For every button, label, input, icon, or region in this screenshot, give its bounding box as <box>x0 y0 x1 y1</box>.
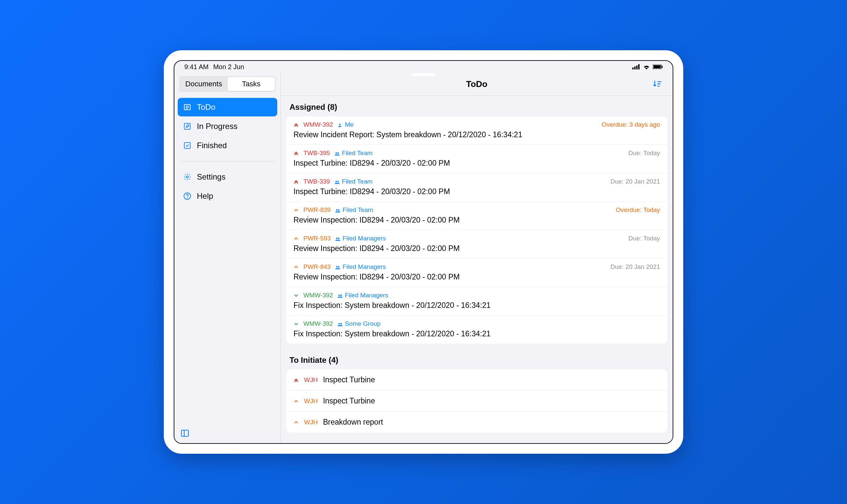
group-icon <box>335 264 340 270</box>
svg-point-30 <box>336 266 338 268</box>
help-icon <box>183 192 192 200</box>
app-body: Documents Tasks ToDo In Progress Finishe… <box>174 73 673 443</box>
sidebar-item-inprogress[interactable]: In Progress <box>178 117 277 136</box>
priority-icon <box>294 420 299 425</box>
task-due: Overdue: Today <box>616 206 660 214</box>
initiate-id: WJH <box>304 397 318 405</box>
group-icon <box>335 150 340 156</box>
svg-point-23 <box>337 152 339 154</box>
task-title: Fix Inspection: System breakdown - 20/12… <box>294 329 660 338</box>
sidebar-item-settings[interactable]: Settings <box>178 168 277 186</box>
task-id: PWR-843 <box>303 263 331 271</box>
section-header-assigned: Assigned (8) <box>281 96 673 116</box>
group-icon <box>337 293 343 298</box>
task-due: Overdue: 3 days ago <box>602 121 660 128</box>
check-icon <box>183 141 192 150</box>
svg-rect-3 <box>638 64 639 69</box>
task-id: WMW-392 <box>303 292 333 299</box>
priority-icon <box>294 377 299 383</box>
svg-rect-12 <box>184 143 190 148</box>
group-icon <box>335 236 340 241</box>
task-row[interactable]: WMW-392 Me Overdue: 3 days ago Review In… <box>286 116 667 145</box>
svg-rect-11 <box>184 123 190 129</box>
svg-point-22 <box>335 152 337 154</box>
sidebar-separator <box>180 161 275 162</box>
tab-documents[interactable]: Documents <box>180 77 228 91</box>
svg-point-25 <box>337 181 339 182</box>
sidebar-item-label: In Progress <box>197 122 237 131</box>
main-header: ToDo <box>281 73 673 96</box>
task-id: TWB-339 <box>303 178 330 185</box>
main-panel: ToDo Assigned (8) WMW-392 Me Overdue: 3 … <box>281 73 673 443</box>
sidebar-item-finished[interactable]: Finished <box>178 136 277 155</box>
task-assignee: Me <box>337 121 353 128</box>
tab-tasks[interactable]: Tasks <box>228 77 275 91</box>
priority-icon <box>294 236 299 241</box>
priority-icon <box>294 321 299 326</box>
task-id: TWB-395 <box>303 149 330 157</box>
sidebar-item-label: Finished <box>197 141 227 150</box>
svg-point-35 <box>340 323 342 324</box>
task-assignee: Filed Managers <box>335 235 386 242</box>
svg-rect-1 <box>634 67 636 69</box>
segmented-control: Documents Tasks <box>179 76 276 92</box>
svg-point-32 <box>338 294 340 296</box>
status-time: 9:41 AM <box>184 63 209 71</box>
svg-point-27 <box>338 209 340 211</box>
battery-icon <box>653 65 663 69</box>
sort-button[interactable] <box>651 78 664 91</box>
scroll-area[interactable]: Assigned (8) WMW-392 Me Overdue: 3 days … <box>281 96 673 443</box>
sidebar-secondary-list: Settings Help <box>174 166 281 208</box>
task-title: Review Incident Report: System breakdown… <box>294 130 660 139</box>
group-icon <box>337 321 343 326</box>
initiate-row[interactable]: WJH Breakdown report <box>286 412 667 433</box>
svg-point-34 <box>338 323 340 324</box>
status-date: Mon 2 Jun <box>213 63 244 71</box>
task-due: Due: Today <box>628 149 660 157</box>
priority-icon <box>294 179 299 184</box>
sidebar-primary-list: ToDo In Progress Finished <box>174 96 281 157</box>
priority-icon <box>294 208 299 213</box>
svg-point-31 <box>338 266 340 268</box>
task-title: Inspect Turbine: ID8294 - 20/03/20 - 02:… <box>294 159 660 168</box>
svg-point-28 <box>336 237 338 239</box>
page-title: ToDo <box>466 79 488 89</box>
priority-icon <box>294 122 299 127</box>
initiate-row[interactable]: WJH Inspect Turbine <box>286 391 667 412</box>
panel-toggle-icon[interactable] <box>180 433 190 439</box>
person-icon <box>337 122 343 127</box>
task-assignee: Filed Managers <box>337 292 388 299</box>
group-icon <box>335 179 340 184</box>
task-row[interactable]: TWB-339 Filed Team Due: 20 Jan 2021 Insp… <box>286 173 667 202</box>
edit-icon <box>183 122 192 131</box>
task-row[interactable]: TWB-395 Filed Team Due: Today Inspect Tu… <box>286 145 667 173</box>
initiate-title: Inspect Turbine <box>323 375 375 384</box>
sidebar-item-todo[interactable]: ToDo <box>178 98 277 116</box>
svg-point-26 <box>336 209 338 211</box>
svg-rect-6 <box>662 66 663 68</box>
task-title: Fix Inspection: System breakdown - 20/12… <box>294 301 660 310</box>
section-header-initiate: To Initiate (4) <box>281 349 673 370</box>
task-row[interactable]: PWR-593 Filed Managers Due: Today Review… <box>286 230 667 258</box>
task-row[interactable]: PWR-843 Filed Managers Due: 20 Jan 2021 … <box>286 258 667 287</box>
task-assignee: Some Group <box>337 320 381 327</box>
svg-point-24 <box>335 181 337 182</box>
status-bar: 9:41 AM Mon 2 Jun <box>174 61 673 73</box>
svg-point-29 <box>338 237 340 239</box>
wifi-icon <box>643 64 650 69</box>
task-assignee: Filed Team <box>335 149 373 157</box>
sidebar-footer <box>174 425 281 443</box>
task-row[interactable]: WMW-392 Some Group Fix Inspection: Syste… <box>286 316 667 344</box>
initiate-id: WJH <box>304 376 318 384</box>
priority-icon <box>294 293 299 298</box>
initiate-task-list: WJH Inspect Turbine WJH Inspect Turbine … <box>286 370 667 433</box>
task-row[interactable]: WMW-392 Filed Managers Fix Inspection: S… <box>286 287 667 316</box>
task-assignee: Filed Managers <box>335 263 386 271</box>
tablet-screen: 9:41 AM Mon 2 Jun Documents Tasks ToDo <box>174 60 673 444</box>
sidebar-item-help[interactable]: Help <box>178 187 277 205</box>
priority-icon <box>294 150 299 156</box>
task-row[interactable]: PWR-839 Filed Team Overdue: Today Review… <box>286 202 667 230</box>
svg-rect-0 <box>632 68 634 69</box>
initiate-id: WJH <box>304 419 318 426</box>
initiate-row[interactable]: WJH Inspect Turbine <box>286 370 667 391</box>
